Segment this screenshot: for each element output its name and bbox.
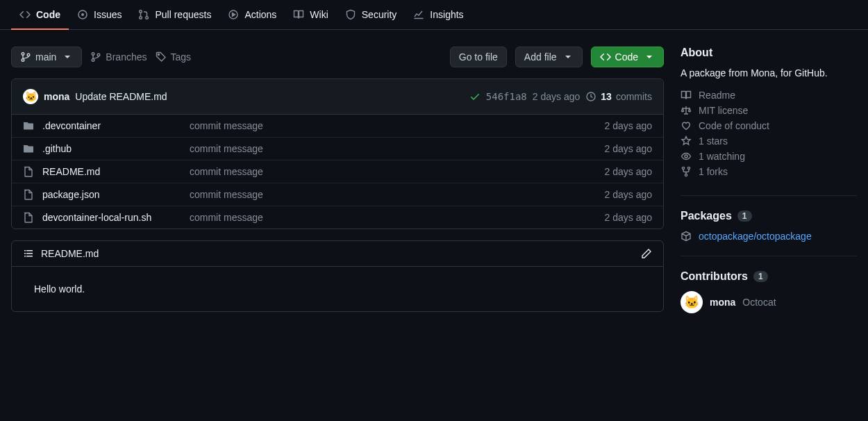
file-commit-message[interactable]: commit message <box>190 166 596 177</box>
repo-nav-tabs: Code Issues Pull requests Actions Wiki S… <box>0 0 868 30</box>
law-icon <box>681 105 692 116</box>
tab-wiki[interactable]: Wiki <box>285 1 336 30</box>
tab-label: Wiki <box>310 9 328 20</box>
contributors-count-badge: 1 <box>753 271 768 282</box>
play-icon <box>228 9 239 20</box>
svg-point-14 <box>685 155 687 158</box>
tab-pull-requests[interactable]: Pull requests <box>130 1 219 30</box>
file-commit-time: 2 days ago <box>605 143 653 154</box>
commit-sha[interactable]: 546f1a8 <box>486 91 527 102</box>
branch-selector[interactable]: main <box>11 47 82 67</box>
packages-heading-label: Packages <box>681 210 732 222</box>
license-link[interactable]: MIT license <box>681 105 857 116</box>
sidebar: About A package from Mona, for GitHub. R… <box>681 47 857 341</box>
watching-label: 1 watching <box>699 151 745 162</box>
commit-message[interactable]: Update README.md <box>75 91 167 102</box>
about-description: A package from Mona, for GitHub. <box>681 67 857 79</box>
svg-point-15 <box>682 167 684 169</box>
conduct-link[interactable]: Code of conduct <box>681 120 857 131</box>
conduct-label: Code of conduct <box>699 120 769 131</box>
file-commit-message[interactable]: commit message <box>190 143 596 154</box>
svg-point-7 <box>22 59 24 62</box>
tab-insights[interactable]: Insights <box>405 1 471 30</box>
go-to-file-button[interactable]: Go to file <box>450 47 507 67</box>
license-label: MIT license <box>699 105 748 116</box>
chevron-down-icon <box>62 51 73 63</box>
file-name[interactable]: .github <box>42 143 181 154</box>
code-download-button[interactable]: Code <box>591 47 664 67</box>
list-icon[interactable] <box>23 248 34 259</box>
readme-header: README.md <box>12 241 663 267</box>
about-section: About A package from Mona, for GitHub. R… <box>681 47 857 196</box>
tab-code[interactable]: Code <box>11 1 69 30</box>
file-commit-message[interactable]: commit message <box>190 212 596 223</box>
commit-time: 2 days ago <box>533 91 581 102</box>
add-file-label: Add file <box>524 51 557 63</box>
contributors-heading[interactable]: Contributors 1 <box>681 270 857 283</box>
forks-link[interactable]: 1 forks <box>681 166 857 177</box>
readme-link[interactable]: Readme <box>681 90 857 101</box>
tab-issues[interactable]: Issues <box>69 1 130 30</box>
svg-point-9 <box>92 53 95 56</box>
file-name[interactable]: package.json <box>42 189 181 200</box>
svg-point-8 <box>27 53 30 56</box>
file-name[interactable]: .devcontainer <box>42 120 181 131</box>
edit-icon[interactable] <box>641 248 652 259</box>
packages-heading[interactable]: Packages 1 <box>681 210 857 222</box>
about-heading: About <box>681 47 857 59</box>
stars-link[interactable]: 1 stars <box>681 135 857 147</box>
file-toolbar: main Branches Tags Go to file Add file <box>11 47 664 67</box>
commits-word: commits <box>616 91 652 102</box>
file-icon <box>23 212 34 223</box>
eye-icon <box>681 151 692 162</box>
file-commit-message[interactable]: commit message <box>190 189 596 200</box>
commits-count: 13 <box>601 91 612 102</box>
svg-point-12 <box>158 54 159 56</box>
branches-link[interactable]: Branches <box>90 51 147 63</box>
branch-name: main <box>35 51 56 63</box>
svg-point-6 <box>22 53 24 56</box>
tab-security[interactable]: Security <box>337 1 406 30</box>
forks-label: 1 forks <box>699 166 728 177</box>
avatar[interactable]: 🐱 <box>23 89 38 104</box>
file-commit-time: 2 days ago <box>605 189 653 200</box>
tab-label: Code <box>36 9 60 20</box>
readme-box: README.md Hello world. <box>11 240 664 312</box>
add-file-button[interactable]: Add file <box>515 47 583 67</box>
branch-icon <box>90 51 101 63</box>
tags-link[interactable]: Tags <box>156 51 192 63</box>
directory-row: .devcontainercommit message2 days ago <box>12 115 663 138</box>
file-commit-time: 2 days ago <box>605 212 653 223</box>
file-icon <box>23 166 34 177</box>
left-column: main Branches Tags Go to file Add file <box>11 47 664 341</box>
tags-label: Tags <box>171 51 192 63</box>
tab-label: Security <box>362 9 397 20</box>
file-icon <box>23 189 34 200</box>
readme-label: Readme <box>699 90 735 101</box>
folder-icon <box>23 120 34 131</box>
book-icon <box>681 90 692 101</box>
branches-label: Branches <box>106 51 147 63</box>
watching-link[interactable]: 1 watching <box>681 151 857 162</box>
branch-icon <box>20 51 31 63</box>
file-list-box: 🐱 mona Update README.md 546f1a8 2 days a… <box>11 79 664 229</box>
commits-count-link[interactable]: 13 commits <box>585 91 652 102</box>
commit-author[interactable]: mona <box>44 91 69 102</box>
readme-body: Hello world. <box>12 267 663 311</box>
shield-icon <box>345 9 356 20</box>
stars-label: 1 stars <box>699 135 728 147</box>
tag-icon <box>156 51 167 63</box>
file-name[interactable]: README.md <box>42 166 181 177</box>
readme-filename[interactable]: README.md <box>41 248 99 259</box>
file-commit-message[interactable]: commit message <box>190 120 596 131</box>
contributor-item[interactable]: 🐱 mona Octocat <box>681 291 857 313</box>
fork-icon <box>681 166 692 177</box>
file-name[interactable]: devcontainer-local-run.sh <box>42 212 181 223</box>
file-row: README.mdcommit message2 days ago <box>12 160 663 183</box>
tab-label: Issues <box>94 9 122 20</box>
tab-actions[interactable]: Actions <box>219 1 285 30</box>
file-row: package.jsoncommit message2 days ago <box>12 183 663 206</box>
check-icon[interactable] <box>469 91 481 102</box>
package-link[interactable]: octopackage/octopackage <box>681 231 857 242</box>
code-icon <box>600 51 611 63</box>
